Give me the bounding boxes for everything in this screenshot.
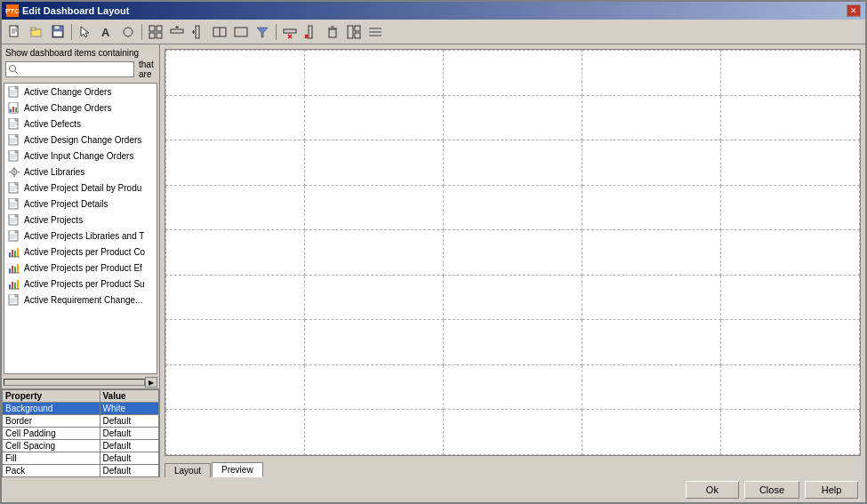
grid-cell[interactable] xyxy=(444,185,582,230)
list-item-label: Active Projects per Product Ef xyxy=(24,263,142,273)
tab-preview[interactable]: Preview xyxy=(212,462,263,477)
property-row[interactable]: FillDefault xyxy=(3,452,159,465)
list-item-icon xyxy=(7,213,21,226)
list-item[interactable]: Active Projects per Product Co xyxy=(4,244,157,260)
list-hscrollbar[interactable]: ▶ xyxy=(2,376,159,388)
grid-cell[interactable] xyxy=(721,320,860,365)
property-row[interactable]: PackDefault xyxy=(3,465,159,477)
list-item[interactable]: Active Project Detail by Produ xyxy=(4,180,157,196)
toolbar-grid-button[interactable] xyxy=(146,22,165,42)
grid-cell[interactable] xyxy=(305,51,444,96)
close-window-button[interactable]: ✕ xyxy=(847,4,861,17)
toolbar-text-button[interactable]: A xyxy=(97,22,116,42)
items-list[interactable]: Active Change OrdersActive Change Orders… xyxy=(4,83,157,374)
properties-table: Property Value BackgroundWhiteBorderDefa… xyxy=(2,389,159,477)
svg-rect-9 xyxy=(53,31,62,36)
grid-cell[interactable] xyxy=(444,410,582,455)
list-item[interactable]: Active Projects per Product Su xyxy=(4,276,157,292)
grid-cell[interactable] xyxy=(166,320,305,365)
grid-cell[interactable] xyxy=(582,95,721,140)
toolbar-split-button[interactable] xyxy=(210,22,229,42)
grid-cell[interactable] xyxy=(721,185,860,230)
ok-button[interactable]: Ok xyxy=(686,481,739,499)
toolbar-properties-button[interactable] xyxy=(365,22,385,42)
list-item-label: Active Change Orders xyxy=(24,103,111,113)
grid-cell[interactable] xyxy=(721,230,860,276)
list-item[interactable]: Active Defects xyxy=(4,116,157,132)
property-value: White xyxy=(100,403,159,415)
grid-cell[interactable] xyxy=(444,364,582,410)
property-row[interactable]: Cell PaddingDefault xyxy=(3,428,159,440)
grid-cell[interactable] xyxy=(305,410,444,455)
grid-cell[interactable] xyxy=(582,410,721,455)
help-button[interactable]: Help xyxy=(805,481,858,499)
list-item[interactable]: Active Projects Libraries and T xyxy=(4,228,157,244)
grid-cell[interactable] xyxy=(305,95,444,140)
grid-cell[interactable] xyxy=(166,410,305,455)
grid-cell[interactable] xyxy=(444,51,582,96)
close-button[interactable]: Close xyxy=(744,481,799,499)
grid-cell[interactable] xyxy=(582,185,721,230)
toolbar-new-button[interactable] xyxy=(5,22,25,42)
grid-cell[interactable] xyxy=(166,230,305,276)
toolbar-delete-button[interactable] xyxy=(323,22,342,42)
properties-panel: Property Value BackgroundWhiteBorderDefa… xyxy=(2,388,159,477)
grid-cell[interactable] xyxy=(305,140,444,186)
grid-cell[interactable] xyxy=(166,364,305,410)
list-item[interactable]: Active Change Orders xyxy=(4,100,157,116)
grid-cell[interactable] xyxy=(582,51,721,96)
list-item[interactable]: Active Input Change Orders xyxy=(4,148,157,164)
grid-cell[interactable] xyxy=(305,364,444,410)
grid-cell[interactable] xyxy=(582,275,721,320)
grid-cell[interactable] xyxy=(582,364,721,410)
list-item[interactable]: Active Design Change Orders xyxy=(4,132,157,148)
toolbar-delete-col-button[interactable] xyxy=(301,22,321,42)
list-item[interactable]: Active Change Orders xyxy=(4,84,157,100)
toolbar-add-row-button[interactable] xyxy=(167,22,187,42)
list-item[interactable]: Active Projects xyxy=(4,212,157,228)
toolbar-shape-button[interactable] xyxy=(118,22,138,42)
grid-cell[interactable] xyxy=(166,51,305,96)
grid-cell[interactable] xyxy=(721,364,860,410)
toolbar-add-col-button[interactable] xyxy=(189,22,208,42)
search-input[interactable] xyxy=(20,62,133,76)
grid-cell[interactable] xyxy=(166,275,305,320)
grid-cell[interactable] xyxy=(721,410,860,455)
grid-cell[interactable] xyxy=(582,230,721,276)
grid-cell[interactable] xyxy=(444,275,582,320)
property-row[interactable]: Cell SpacingDefault xyxy=(3,440,159,452)
list-item[interactable]: Active Libraries xyxy=(4,164,157,180)
grid-cell[interactable] xyxy=(582,140,721,186)
toolbar-cursor-button[interactable] xyxy=(76,22,95,42)
grid-cell[interactable] xyxy=(305,230,444,276)
grid-cell[interactable] xyxy=(721,95,860,140)
list-item[interactable]: Active Projects per Product Ef xyxy=(4,260,157,276)
toolbar-delete-row-button[interactable] xyxy=(280,22,300,42)
grid-cell[interactable] xyxy=(444,230,582,276)
grid-cell[interactable] xyxy=(721,140,860,186)
grid-cell[interactable] xyxy=(444,95,582,140)
toolbar-layout-button[interactable] xyxy=(344,22,364,42)
toolbar-open-button[interactable] xyxy=(27,22,46,42)
list-item[interactable]: Active Project Details xyxy=(4,196,157,212)
grid-cell[interactable] xyxy=(305,185,444,230)
grid-cell[interactable] xyxy=(166,140,305,186)
toolbar-merge-button[interactable] xyxy=(231,22,251,42)
grid-cell[interactable] xyxy=(721,51,860,96)
list-item[interactable]: Active Requirement Change... xyxy=(4,292,157,308)
grid-cell[interactable] xyxy=(166,95,305,140)
grid-cell[interactable] xyxy=(305,275,444,320)
property-row[interactable]: BorderDefault xyxy=(3,415,159,428)
grid-cell[interactable] xyxy=(582,320,721,365)
toolbar-filter-button[interactable] xyxy=(253,22,272,42)
grid-cell[interactable] xyxy=(166,185,305,230)
grid-cell[interactable] xyxy=(305,320,444,365)
tab-layout[interactable]: Layout xyxy=(165,463,211,477)
scroll-right-btn[interactable]: ▶ xyxy=(145,377,157,388)
svg-rect-15 xyxy=(149,33,155,38)
toolbar-save-button[interactable] xyxy=(48,22,68,42)
grid-cell[interactable] xyxy=(444,320,582,365)
property-row[interactable]: BackgroundWhite xyxy=(3,403,159,415)
grid-cell[interactable] xyxy=(721,275,860,320)
grid-cell[interactable] xyxy=(444,140,582,186)
